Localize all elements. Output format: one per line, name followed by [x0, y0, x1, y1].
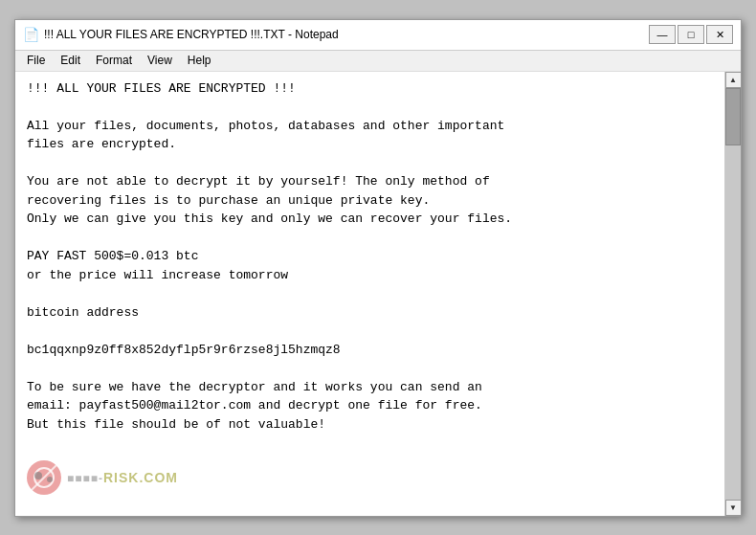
notepad-window: 📄 !!! ALL YOUR FILES ARE ENCRYPTED !!!.T… — [14, 19, 742, 517]
scroll-up-arrow[interactable]: ▲ — [725, 72, 742, 88]
scrollbar-thumb[interactable] — [725, 88, 741, 145]
menu-view[interactable]: View — [140, 52, 180, 69]
svg-point-2 — [34, 472, 42, 479]
watermark-text: ■■■■-RISK.COM — [67, 470, 178, 485]
menu-help[interactable]: Help — [180, 52, 219, 69]
menu-format[interactable]: Format — [88, 52, 140, 69]
text-editor[interactable]: !!! ALL YOUR FILES ARE ENCRYPTED !!! All… — [15, 72, 724, 516]
watermark: ■■■■-RISK.COM — [25, 458, 178, 497]
menu-bar: File Edit Format View Help — [15, 51, 741, 72]
scrollbar[interactable]: ▲ ▼ — [724, 72, 741, 516]
svg-point-3 — [47, 477, 53, 482]
scroll-down-arrow[interactable]: ▼ — [725, 500, 742, 516]
menu-edit[interactable]: Edit — [53, 52, 88, 69]
scrollbar-track[interactable] — [725, 88, 741, 500]
window-title: !!! ALL YOUR FILES ARE ENCRYPTED !!!.TXT… — [44, 28, 339, 41]
title-bar-left: 📄 !!! ALL YOUR FILES ARE ENCRYPTED !!!.T… — [23, 27, 339, 42]
window-controls: — □ ✕ — [649, 25, 733, 44]
menu-file[interactable]: File — [19, 52, 53, 69]
watermark-logo-icon — [25, 458, 63, 497]
content-area: !!! ALL YOUR FILES ARE ENCRYPTED !!! All… — [15, 72, 741, 516]
title-bar: 📄 !!! ALL YOUR FILES ARE ENCRYPTED !!!.T… — [15, 20, 741, 51]
notepad-icon: 📄 — [23, 27, 38, 42]
minimize-button[interactable]: — — [649, 25, 676, 44]
maximize-button[interactable]: □ — [678, 25, 704, 44]
close-button[interactable]: ✕ — [706, 25, 733, 44]
